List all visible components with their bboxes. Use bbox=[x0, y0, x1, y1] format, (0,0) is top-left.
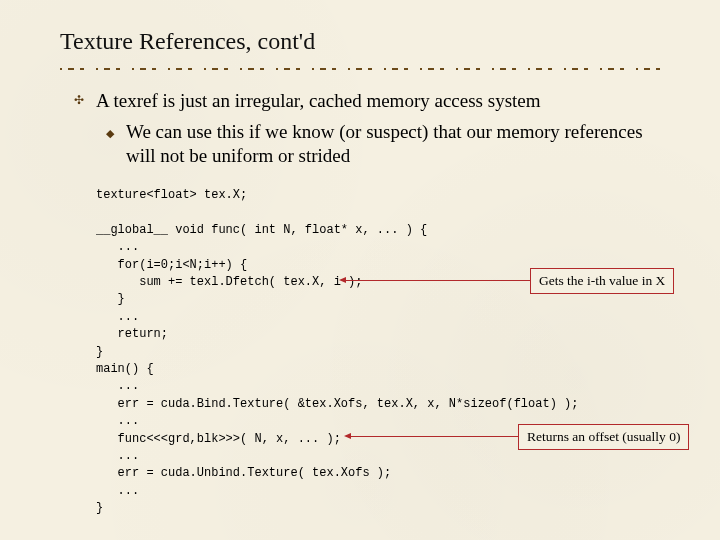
code-line: ... bbox=[96, 379, 139, 393]
bullet-text: A texref is just an irregular, cached me… bbox=[96, 89, 541, 114]
title-divider bbox=[60, 65, 660, 73]
code-line: main() { bbox=[96, 362, 154, 376]
code-line: ... bbox=[96, 484, 139, 498]
code-line: ... bbox=[96, 310, 139, 324]
callout-text: Gets the i-th value in X bbox=[539, 273, 665, 288]
bullet-level1: ✣ A texref is just an irregular, cached … bbox=[72, 89, 660, 114]
code-line: for(i=0;i<N;i++) { bbox=[96, 258, 247, 272]
code-line: } bbox=[96, 345, 103, 359]
bullet-list: ✣ A texref is just an irregular, cached … bbox=[60, 89, 660, 169]
code-line: ... bbox=[96, 240, 139, 254]
callout-text: Returns an offset (usually 0) bbox=[527, 429, 680, 444]
code-line: err = cuda.Bind.Texture( &tex.Xofs, tex.… bbox=[96, 397, 578, 411]
arrow-icon bbox=[345, 280, 530, 281]
code-line: return; bbox=[96, 327, 168, 341]
code-line: ... bbox=[96, 414, 139, 428]
code-line: err = cuda.Unbind.Texture( tex.Xofs ); bbox=[96, 466, 391, 480]
code-line: } bbox=[96, 292, 125, 306]
code-line: } bbox=[96, 501, 103, 515]
cross-bullet-icon: ✣ bbox=[72, 94, 86, 108]
code-line: func<<<grd,blk>>>( N, x, ... ); bbox=[96, 432, 341, 446]
callout-box: Gets the i-th value in X bbox=[530, 268, 674, 294]
code-line: __global__ void func( int N, float* x, .… bbox=[96, 223, 427, 237]
bullet-level2: ◆ We can use this if we know (or suspect… bbox=[106, 120, 660, 169]
code-block: texture<float> tex.X; __global__ void fu… bbox=[96, 187, 660, 517]
slide: Texture References, cont'd ✣ A texref is… bbox=[0, 0, 720, 540]
bullet-text: We can use this if we know (or suspect) … bbox=[126, 120, 660, 169]
callout-box: Returns an offset (usually 0) bbox=[518, 424, 689, 450]
code-line: texture<float> tex.X; bbox=[96, 188, 247, 202]
slide-title: Texture References, cont'd bbox=[60, 28, 660, 55]
code-line: sum += texl.Dfetch( tex.X, i ); bbox=[96, 275, 362, 289]
arrow-icon bbox=[350, 436, 518, 437]
code-line: ... bbox=[96, 449, 139, 463]
diamond-bullet-icon: ◆ bbox=[106, 126, 118, 138]
